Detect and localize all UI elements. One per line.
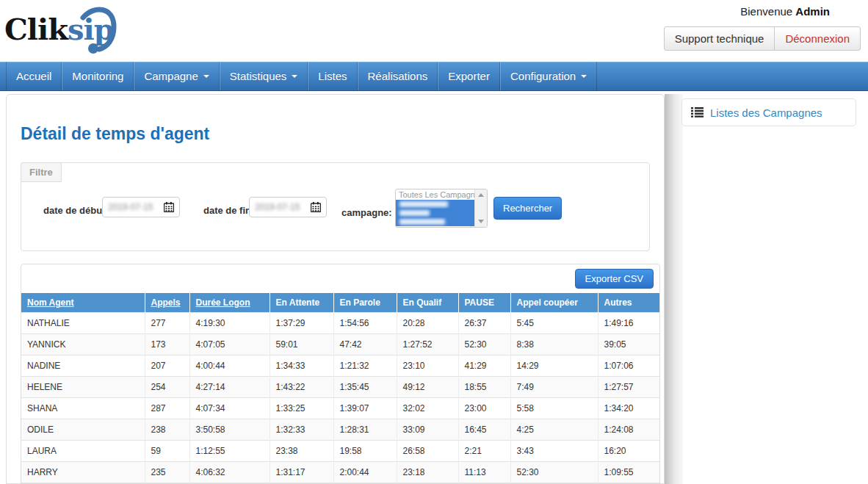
table-cell: 2:21 xyxy=(458,441,510,462)
table-row: ODILE2383:50:581:32:331:28:3133:0916:454… xyxy=(21,419,659,441)
table-cell: 4:19:30 xyxy=(189,313,270,334)
table-cell: 59 xyxy=(145,441,189,462)
agent-table-header-row: Nom AgentAppelsDurée LogonEn AttenteEn P… xyxy=(21,293,659,313)
campaign-select-scrollbar[interactable] xyxy=(474,189,487,227)
scroll-down-icon[interactable] xyxy=(478,220,484,223)
support-button[interactable]: Support technique xyxy=(664,26,775,51)
nav-item-configuration[interactable]: Configuration xyxy=(500,62,597,90)
campaign-option[interactable] xyxy=(396,209,474,217)
table-cell: 254 xyxy=(145,377,189,398)
nav-item-label: Réalisations xyxy=(368,70,428,82)
nav-item-monitoring[interactable]: Monitoring xyxy=(62,62,134,90)
sidebar-campaigns-link[interactable]: Listes des Campagnes xyxy=(710,106,822,119)
table-cell: NADINE xyxy=(21,355,145,377)
table-cell: 1:49:16 xyxy=(598,313,659,334)
campaign-select-box[interactable]: Toutes Les Campagnes xyxy=(395,189,488,228)
table-cell: 23:38 xyxy=(270,441,333,462)
table-cell: 19:58 xyxy=(333,441,397,462)
list-icon xyxy=(691,107,704,118)
table-cell: 1:09:55 xyxy=(598,462,659,483)
table-cell: 41:29 xyxy=(458,355,510,377)
table-toolbar: Exporter CSV xyxy=(21,264,659,293)
nav-item-exporter[interactable]: Exporter xyxy=(438,62,500,90)
chevron-down-icon xyxy=(581,75,587,78)
table-cell: 1:31:17 xyxy=(270,462,333,483)
campaign-option[interactable] xyxy=(396,200,474,209)
table-cell: 39:05 xyxy=(598,334,659,355)
sidebar-campaigns-card[interactable]: Listes des Campagnes xyxy=(681,98,856,126)
table-cell: 1:33:25 xyxy=(270,398,333,419)
table-cell: 47:42 xyxy=(333,334,397,355)
table-cell: NATHALIE xyxy=(21,313,145,334)
filter-panel: Filtre date de début: 2019-07-15 date de… xyxy=(21,162,650,251)
column-header-duree-logon[interactable]: Durée Logon xyxy=(189,293,270,313)
nav-item-statistiques[interactable]: Statistiques xyxy=(220,62,308,90)
nav-item-label: Campagne xyxy=(144,70,198,82)
calendar-icon[interactable] xyxy=(311,202,321,212)
campaign-option[interactable]: Toutes Les Campagnes xyxy=(396,189,474,200)
column-header-appels[interactable]: Appels xyxy=(145,293,189,313)
nav-item-campagne[interactable]: Campagne xyxy=(134,62,219,90)
page-title: Détail de temps d'agent xyxy=(21,124,209,144)
logo-text-black: Clik xyxy=(4,12,68,46)
column-header-en-parole: En Parole xyxy=(333,293,397,313)
table-cell: 1:34:33 xyxy=(270,355,333,377)
column-header-en-attente: En Attente xyxy=(270,293,333,313)
date-end-input[interactable]: 2019-07-15 xyxy=(249,197,327,217)
nav-item-realisations[interactable]: Réalisations xyxy=(358,62,438,90)
table-cell: 32:02 xyxy=(397,398,458,419)
table-row: HELENE2544:27:141:43:221:35:4549:1218:55… xyxy=(21,377,659,398)
table-cell: 238 xyxy=(145,419,189,441)
table-cell: 33:09 xyxy=(397,419,458,441)
date-start-label: date de début: xyxy=(43,205,109,216)
table-cell: 3:50:58 xyxy=(189,419,270,441)
table-cell: 4:07:05 xyxy=(189,334,270,355)
agent-times-table: Nom AgentAppelsDurée LogonEn AttenteEn P… xyxy=(21,293,659,484)
table-cell: 5:45 xyxy=(510,313,598,334)
agent-table-body: NATHALIE2774:19:301:37:291:54:5620:2826:… xyxy=(21,313,659,484)
table-cell: 277 xyxy=(145,313,189,334)
date-end-label: date de fin: xyxy=(203,205,254,216)
welcome-user: Admin xyxy=(795,5,830,18)
table-cell: 1:21:32 xyxy=(333,355,397,377)
table-cell: 1:07:06 xyxy=(598,355,659,377)
table-cell: 1:12:55 xyxy=(189,441,270,462)
scroll-up-icon[interactable] xyxy=(478,193,484,197)
date-end-value: 2019-07-15 xyxy=(255,202,300,212)
agent-table-panel: Exporter CSV Nom AgentAppelsDurée LogonE… xyxy=(21,264,660,484)
table-cell: 1:28:31 xyxy=(333,419,397,441)
table-cell: 7:49 xyxy=(510,377,598,398)
campaign-label: campagne: xyxy=(341,207,392,218)
column-header-nom-agent[interactable]: Nom Agent xyxy=(21,293,145,313)
table-cell: 1:27:52 xyxy=(397,334,458,355)
logout-button[interactable]: Déconnexion xyxy=(774,26,861,51)
table-cell: SHANA xyxy=(21,398,145,419)
table-cell: 4:06:32 xyxy=(189,462,270,483)
nav-item-label: Monitoring xyxy=(72,70,123,82)
nav-item-listes[interactable]: Listes xyxy=(308,62,357,90)
table-cell: 11:13 xyxy=(458,462,510,483)
table-cell: 16:45 xyxy=(458,419,510,441)
date-start-input[interactable]: 2019-07-15 xyxy=(102,197,180,217)
table-cell: 26:37 xyxy=(458,313,510,334)
table-row: SHANA2874:07:341:33:251:39:0732:0223:005… xyxy=(21,398,659,419)
table-cell: 23:18 xyxy=(397,462,458,483)
campaign-option[interactable] xyxy=(396,217,474,226)
main-content-card: Détail de temps d'agent Filtre date de d… xyxy=(6,94,665,484)
nav-item-accueil[interactable]: Accueil xyxy=(6,62,62,90)
table-cell: 1:24:08 xyxy=(598,419,659,441)
table-cell: 1:39:07 xyxy=(333,398,397,419)
welcome-prefix: Bienvenue xyxy=(740,5,795,18)
table-cell: 8:38 xyxy=(510,334,598,355)
calendar-icon[interactable] xyxy=(164,202,174,212)
column-header-en-qualif: En Qualif xyxy=(397,293,458,313)
search-button[interactable]: Rechercher xyxy=(493,197,562,220)
table-cell: 5:58 xyxy=(510,398,598,419)
table-cell: 1:35:45 xyxy=(333,377,397,398)
date-start-value: 2019-07-15 xyxy=(108,202,153,212)
campaign-select: Toutes Les Campagnes xyxy=(396,189,474,227)
column-header-appel-coupeer: Appel coupéer xyxy=(510,293,598,313)
export-csv-button[interactable]: Exporter CSV xyxy=(575,269,654,289)
table-cell: 16:20 xyxy=(598,441,659,462)
table-cell: YANNICK xyxy=(21,334,145,355)
